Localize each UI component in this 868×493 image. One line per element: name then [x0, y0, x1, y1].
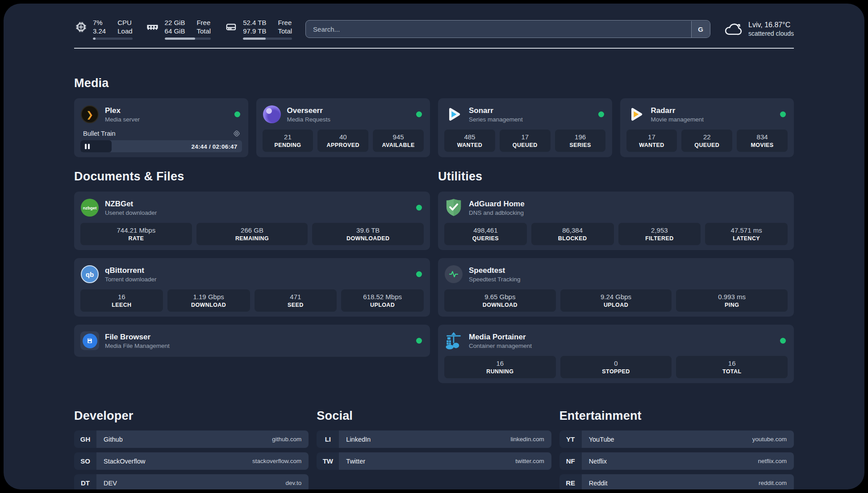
- screen-frame: 7% 3.24 CPU Load 22 GiB 64 GiB: [0, 0, 868, 493]
- bookmark-name: StackOverflow: [104, 458, 145, 465]
- search-bar: G: [305, 20, 710, 38]
- app-card-plex[interactable]: ❯ Plex Media server Bullet Train 24: [74, 98, 248, 157]
- adguard-icon: [444, 198, 463, 217]
- app-card-radarr[interactable]: Radarr Movie management 17WANTED 22QUEUE…: [620, 98, 794, 157]
- app-name: Sonarr: [469, 106, 523, 115]
- status-dot-online: [598, 112, 604, 117]
- app-name: Radarr: [651, 106, 704, 115]
- cpu-usage-value: 7%: [93, 18, 106, 27]
- search-input[interactable]: [305, 20, 710, 38]
- bookmark-linkedin[interactable]: LI LinkedInlinkedin.com: [317, 430, 551, 448]
- section-title-media: Media: [74, 76, 794, 90]
- section-title-utilities: Utilities: [438, 170, 794, 184]
- topbar: 7% 3.24 CPU Load 22 GiB 64 GiB: [74, 17, 794, 41]
- app-card-sonarr[interactable]: Sonarr Series management 485WANTED 17QUE…: [438, 98, 612, 157]
- search-engine-button[interactable]: G: [691, 21, 710, 38]
- ram-free-value: 22 GiB: [165, 18, 185, 27]
- weather-condition: scattered clouds: [748, 29, 794, 38]
- app-name: Overseerr: [287, 106, 331, 115]
- cpu-usage-label: CPU: [117, 18, 132, 27]
- bookmark-dev[interactable]: DT DEVdev.to: [74, 474, 309, 489]
- bookmark-github[interactable]: GH Githubgithub.com: [74, 430, 309, 448]
- app-desc: Media server: [105, 116, 140, 123]
- playback-time: 24:44 / 02:06:47: [191, 143, 237, 150]
- status-dot-online: [416, 338, 422, 344]
- stat-blocked: 86,384BLOCKED: [531, 223, 614, 245]
- bookmark-url: twitter.com: [515, 458, 544, 464]
- section-title-entertainment: Entertainment: [559, 409, 794, 423]
- app-name: NZBGet: [105, 199, 157, 209]
- bookmark-url: youtube.com: [752, 436, 787, 443]
- app-desc: Speedtest Tracking: [469, 276, 521, 283]
- player-settings-icon[interactable]: [233, 130, 240, 137]
- stat-downloaded: 39.6 TBDOWNLOADED: [312, 223, 424, 245]
- bookmark-url: github.com: [272, 436, 301, 443]
- bookmark-abbr: GH: [74, 430, 96, 448]
- app-card-adguard[interactable]: AdGuard Home DNS and adblocking 498,461Q…: [438, 192, 794, 250]
- portainer-icon: [444, 331, 463, 350]
- disk-free-value: 52.4 TB: [243, 18, 266, 27]
- bookmark-reddit[interactable]: RE Redditreddit.com: [559, 474, 794, 489]
- media-grid: ❯ Plex Media server Bullet Train 24: [74, 98, 794, 157]
- bookmark-abbr: LI: [317, 430, 339, 448]
- bookmark-abbr: RE: [559, 474, 582, 489]
- pause-icon[interactable]: [85, 144, 90, 149]
- app-desc: Torrent downloader: [105, 276, 157, 283]
- stat-approved: 40APPROVED: [317, 130, 368, 152]
- stat-leech: 16LEECH: [80, 289, 163, 312]
- app-desc: Container management: [469, 342, 532, 350]
- stat-wanted: 485WANTED: [444, 130, 495, 152]
- sonarr-icon: [444, 105, 463, 124]
- ram-total-label: Total: [196, 27, 211, 35]
- bookmark-abbr: TW: [317, 452, 339, 470]
- cpu-load-value: 3.24: [93, 27, 106, 35]
- stat-stopped: 0STOPPED: [560, 356, 672, 378]
- bookmark-twitter[interactable]: TW Twittertwitter.com: [317, 452, 551, 470]
- stat-rate: 744.21 MbpsRATE: [80, 223, 192, 245]
- stat-upload: 9.24 GbpsUPLOAD: [560, 289, 672, 312]
- bookmark-url: reddit.com: [759, 480, 787, 486]
- bookmark-abbr: NF: [559, 452, 582, 470]
- playback-progress-bar[interactable]: 24:44 / 02:06:47: [80, 140, 242, 152]
- stat-wanted: 17WANTED: [626, 130, 677, 152]
- bookmark-abbr: DT: [74, 474, 96, 489]
- status-dot-online: [780, 112, 786, 117]
- app-card-speedtest[interactable]: Speedtest Speedtest Tracking 9.65 GbpsDO…: [438, 258, 794, 317]
- status-dot-online: [416, 112, 422, 117]
- status-dot-online: [234, 112, 240, 117]
- app-card-overseerr[interactable]: Overseerr Media Requests 21PENDING 40APP…: [256, 98, 430, 157]
- app-name: Speedtest: [469, 266, 521, 275]
- stat-total: 16TOTAL: [676, 356, 788, 378]
- bookmark-youtube[interactable]: YT YouTubeyoutube.com: [559, 430, 794, 448]
- cpu-widget: 7% 3.24 CPU Load: [74, 18, 133, 40]
- app-card-nzbget[interactable]: nzbget NZBGet Usenet downloader 744.21 M…: [74, 192, 430, 250]
- cpu-progress-bar: [93, 38, 133, 40]
- entertainment-column: Entertainment YT YouTubeyoutube.com NF N…: [559, 409, 794, 489]
- app-card-portainer[interactable]: Media Portainer Container management 16R…: [438, 325, 794, 383]
- overseerr-icon: [263, 105, 281, 124]
- stat-filtered: 2,953FILTERED: [618, 223, 701, 245]
- bookmark-stackoverflow[interactable]: SO StackOverflowstackoverflow.com: [74, 452, 309, 470]
- bookmark-url: stackoverflow.com: [252, 458, 301, 464]
- weather-location-temp: Lviv, 16.87°C: [748, 21, 794, 29]
- app-desc: Movie management: [651, 116, 704, 123]
- app-desc: DNS and adblocking: [469, 209, 525, 217]
- bookmark-netflix[interactable]: NF Netflixnetflix.com: [559, 452, 794, 470]
- disk-widget: 52.4 TB 97.9 TB Free Total: [224, 18, 292, 40]
- stat-download: 1.19 GbpsDOWNLOAD: [167, 289, 250, 312]
- bookmark-url: netflix.com: [758, 458, 787, 464]
- app-card-qbittorrent[interactable]: qb qBittorrent Torrent downloader 16LEEC…: [74, 258, 430, 317]
- ram-progress-bar: [165, 38, 211, 40]
- bookmark-name: Twitter: [346, 458, 365, 465]
- app-card-filebrowser[interactable]: File Browser Media File Management: [74, 325, 430, 357]
- cpu-icon: [74, 20, 88, 33]
- plex-icon: ❯: [80, 105, 99, 124]
- cloud-icon: [724, 21, 743, 37]
- bookmark-name: Github: [104, 436, 123, 443]
- stat-upload: 618.52 MbpsUPLOAD: [341, 289, 424, 312]
- developer-column: Developer GH Githubgithub.com SO StackOv…: [74, 409, 309, 489]
- bookmarks-grid: Developer GH Githubgithub.com SO StackOv…: [74, 409, 794, 489]
- nzbget-icon: nzbget: [80, 198, 99, 217]
- header-divider: [74, 48, 794, 49]
- app-desc: Media Requests: [287, 116, 331, 123]
